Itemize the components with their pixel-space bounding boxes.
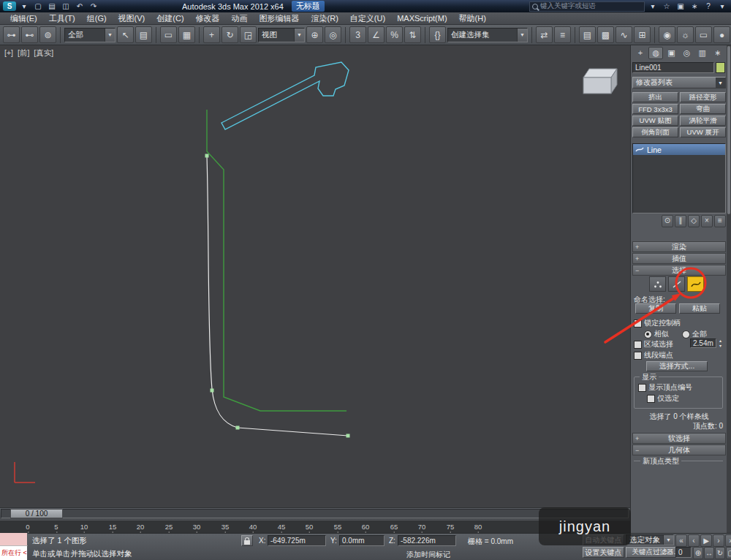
spline-vertex[interactable] — [205, 154, 209, 158]
panel-scrollbar-thumb[interactable] — [727, 46, 730, 214]
layer-manager-icon[interactable]: ▤ — [579, 26, 596, 43]
show-vertex-numbers-checkbox[interactable]: 显示顶点编号 — [638, 382, 692, 393]
zoom-icon[interactable]: ⊕ — [693, 547, 703, 559]
menu-group[interactable]: 组(G) — [81, 13, 113, 24]
unlink-selection-icon[interactable]: ⊷ — [21, 26, 38, 43]
selection-filter-dropdown[interactable]: 全部 ▼ — [64, 28, 115, 42]
show-end-result-icon[interactable]: ∥ — [675, 215, 686, 227]
spline-mode-icon[interactable] — [687, 276, 704, 292]
search-go-icon[interactable]: ▾ — [647, 1, 659, 11]
select-and-manipulate-icon[interactable]: ◎ — [325, 26, 341, 43]
graphite-ribbon-icon[interactable]: ▩ — [597, 26, 614, 43]
reference-coordinate-dropdown[interactable]: 视图 ▼ — [258, 28, 305, 42]
sparkle-icon[interactable]: ∗ — [689, 1, 700, 11]
undo-icon[interactable]: ↶ — [74, 1, 86, 11]
macro-recorder-field[interactable] — [0, 533, 28, 546]
modifier-button-bevelprofile[interactable]: 倒角剖面 — [632, 127, 678, 137]
render-setup-icon[interactable]: ☼ — [677, 26, 694, 43]
selection-lock-toggle[interactable] — [241, 535, 253, 546]
use-pivot-center-icon[interactable]: ⊕ — [306, 26, 323, 43]
time-slider-track[interactable] — [1, 509, 629, 518]
redo-icon[interactable]: ↷ — [88, 1, 99, 11]
selected-object-dropdown[interactable]: 选定对象 ▼ — [626, 534, 674, 545]
add-time-tag[interactable]: 添加时间标记 — [406, 550, 450, 560]
segment-mode-icon[interactable] — [668, 276, 685, 292]
bind-to-space-warp-icon[interactable]: ⊚ — [39, 26, 56, 43]
tab-utilities-icon[interactable]: ∗ — [711, 47, 725, 59]
menu-customize[interactable]: 自定义(U) — [344, 13, 391, 24]
viewport-shading-menu[interactable]: [真实] — [34, 48, 53, 58]
object-name-field[interactable]: Line001 — [632, 62, 714, 73]
schematic-view-icon[interactable]: ⊞ — [634, 26, 651, 43]
rollout-interpolation[interactable]: + 插值 — [632, 253, 726, 264]
select-and-scale-icon[interactable]: ◲ — [240, 26, 257, 43]
menu-rendering[interactable]: 渲染(R) — [306, 13, 344, 24]
pan-icon[interactable]: ↔ — [704, 547, 714, 559]
selected-only-checkbox[interactable]: 仅选定 — [647, 393, 679, 404]
viewport-front[interactable] — [0, 45, 630, 507]
segment-end-checkbox[interactable]: 线段端点 — [634, 350, 673, 360]
go-to-start-icon[interactable]: « — [675, 534, 687, 547]
time-slider-handle[interactable]: 0 / 100 — [10, 509, 63, 518]
spinner-down-icon[interactable]: ▾ — [717, 344, 724, 349]
tab-motion-icon[interactable]: ◎ — [680, 47, 694, 59]
named-selection-sets-dropdown[interactable]: 创建选择集 ▼ — [447, 28, 528, 42]
tab-hierarchy-icon[interactable]: ▣ — [664, 47, 678, 59]
cyan-spline-shape[interactable] — [221, 62, 349, 129]
title-more-icon[interactable]: ▾ — [716, 1, 728, 11]
modifier-list-dropdown[interactable]: 修改器列表 ▼ — [632, 77, 726, 88]
paste-button[interactable]: 粘贴 — [679, 303, 720, 314]
select-and-rotate-icon[interactable]: ↻ — [221, 26, 238, 43]
x-coordinate-field[interactable]: -649.725m — [268, 535, 326, 546]
area-selection-checkbox[interactable]: 区域选择 — [634, 339, 673, 349]
save-icon[interactable]: ◫ — [60, 1, 72, 11]
percent-snap-icon[interactable]: % — [386, 26, 403, 43]
tab-create-icon[interactable]: + — [633, 47, 648, 59]
align-icon[interactable]: ≡ — [554, 26, 571, 43]
stack-item-line[interactable]: Line — [633, 144, 725, 155]
modifier-button-uvwmap[interactable]: UVW 贴图 — [632, 116, 678, 126]
all-radio[interactable]: 全部 — [682, 329, 707, 339]
modifier-button-ffd[interactable]: FFD 3x3x3 — [632, 104, 678, 114]
next-frame-icon[interactable]: › — [713, 534, 724, 547]
orbit-icon[interactable]: ↻ — [715, 547, 725, 559]
spinner-snap-icon[interactable]: ⇅ — [404, 26, 421, 43]
rollout-geometry[interactable]: − 几何体 — [632, 444, 726, 455]
mirror-icon[interactable]: ⇄ — [536, 26, 553, 43]
select-and-link-icon[interactable]: ⊶ — [3, 26, 20, 43]
vertex-mode-icon[interactable] — [649, 276, 666, 292]
copy-button[interactable]: 复制 — [635, 303, 676, 314]
lock-handles-checkbox[interactable]: 锁定控制柄 — [634, 318, 681, 328]
favorites-icon[interactable]: ☆ — [661, 1, 673, 11]
configure-modifier-sets-icon[interactable]: ≡ — [714, 215, 726, 227]
select-object-icon[interactable]: ↖ — [117, 26, 134, 43]
menu-graph-editors[interactable]: 图形编辑器 — [254, 13, 306, 24]
object-color-swatch[interactable] — [716, 62, 725, 73]
modifier-button-extrude[interactable]: 挤出 — [632, 92, 678, 102]
app-menu-arrow-icon[interactable]: ▾ — [18, 1, 30, 11]
pin-stack-icon[interactable]: ⊙ — [662, 215, 673, 227]
menu-create[interactable]: 创建(C) — [151, 13, 189, 24]
render-production-icon[interactable]: ● — [713, 26, 730, 43]
spline-vertex[interactable] — [346, 434, 350, 438]
tab-display-icon[interactable]: ▥ — [695, 47, 710, 59]
remove-modifier-icon[interactable]: × — [701, 215, 713, 227]
new-file-icon[interactable]: ▢ — [32, 1, 44, 11]
select-by-button[interactable]: 选择方式... — [646, 361, 708, 371]
menu-modifiers[interactable]: 修改器 — [190, 13, 226, 24]
search-input[interactable]: 键入关键字或短语 — [529, 1, 645, 12]
modifier-button-uvwunwrap[interactable]: UVW 展开 — [680, 127, 726, 137]
rectangular-region-icon[interactable]: ▭ — [160, 26, 177, 43]
menu-maxscript[interactable]: MAXScript(M) — [391, 14, 452, 23]
viewcube[interactable] — [583, 69, 617, 94]
make-unique-icon[interactable]: ◇ — [688, 215, 700, 227]
rollout-soft-selection[interactable]: + 软选择 — [632, 433, 726, 444]
modifier-button-bend[interactable]: 弯曲 — [680, 104, 726, 114]
menu-animation[interactable]: 动画 — [226, 13, 254, 24]
snap-toggle-3d-icon[interactable]: 3 — [349, 26, 366, 43]
menu-views[interactable]: 视图(V) — [113, 13, 151, 24]
maxscript-mini-listener[interactable]: 所在行 < — [0, 546, 28, 560]
curve-editor-icon[interactable]: ∿ — [616, 26, 632, 43]
set-key-button[interactable]: 设置关键点 — [583, 547, 624, 558]
maximize-viewport-icon[interactable]: ▢ — [726, 547, 731, 559]
